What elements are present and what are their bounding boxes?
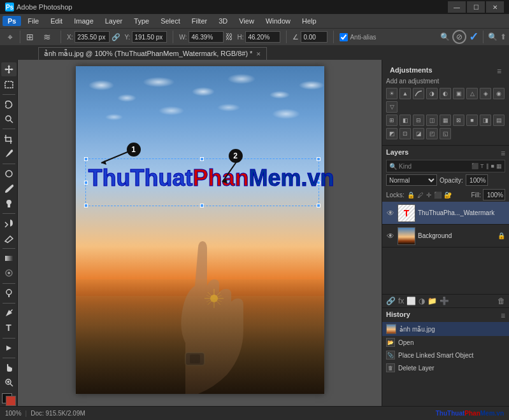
- layer-filter-type[interactable]: ∥: [486, 163, 489, 169]
- zoom-out-icon[interactable]: 🔍: [488, 32, 498, 41]
- menu-type[interactable]: Type: [129, 16, 154, 26]
- layer-item-watermark[interactable]: 👁 T ThuThuaPha..._Watermark: [382, 202, 509, 225]
- move-tool[interactable]: [1, 62, 17, 76]
- layers-menu-icon[interactable]: ≡: [501, 149, 505, 158]
- move-icon[interactable]: ⌖: [3, 29, 18, 45]
- layer-effects-icon[interactable]: fx: [398, 297, 404, 305]
- layer-item-background[interactable]: 👁 Background 🔒: [382, 225, 509, 248]
- layer-filter-adjust[interactable]: T: [480, 163, 484, 169]
- heal-tool[interactable]: [1, 167, 17, 181]
- black-white-icon[interactable]: ◈: [480, 88, 491, 99]
- layer-group-icon[interactable]: 📁: [427, 297, 437, 305]
- menu-ps[interactable]: Ps: [3, 16, 21, 26]
- layer-mask-icon[interactable]: ⬜: [406, 297, 416, 305]
- h-input[interactable]: [245, 31, 280, 43]
- layer-eye-background[interactable]: 👁: [386, 232, 395, 241]
- tab-close-icon[interactable]: ✕: [256, 51, 261, 57]
- w-input[interactable]: [189, 31, 224, 43]
- lock-image-icon[interactable]: 🖊: [417, 192, 424, 199]
- adj-icon-extra2[interactable]: ⊡: [399, 128, 411, 139]
- confirm-transform-icon[interactable]: ✓: [469, 30, 478, 44]
- minimize-button[interactable]: —: [448, 1, 466, 13]
- hand-tool[interactable]: [1, 361, 17, 375]
- layer-eye-watermark[interactable]: 👁: [386, 209, 395, 218]
- adjustments-menu-icon[interactable]: ≡: [497, 67, 501, 76]
- crop-tool[interactable]: [1, 132, 17, 146]
- menu-filter[interactable]: Filter: [187, 16, 212, 26]
- lock-transparency-icon[interactable]: 🔒: [407, 192, 415, 199]
- menu-3d[interactable]: 3D: [213, 16, 233, 26]
- lock-all-icon[interactable]: 🔐: [444, 192, 452, 199]
- cancel-transform-icon[interactable]: ⊘: [452, 30, 466, 44]
- menu-edit[interactable]: Edit: [45, 16, 68, 26]
- link-layers-icon[interactable]: 🔗: [386, 297, 396, 305]
- layer-filter-shape[interactable]: ■: [491, 163, 494, 169]
- gradient-fill-icon[interactable]: ◨: [480, 115, 491, 126]
- color-swatches[interactable]: [2, 393, 16, 407]
- new-layer-icon[interactable]: ➕: [440, 297, 449, 305]
- adj-icon-extra4[interactable]: ◰: [426, 128, 438, 139]
- menu-window[interactable]: Window: [261, 16, 296, 26]
- history-brush-tool[interactable]: [1, 216, 17, 230]
- type-tool[interactable]: T: [1, 321, 17, 335]
- search-magnifier-icon[interactable]: 🔍: [440, 32, 450, 41]
- solid-color-icon[interactable]: ■: [466, 115, 478, 126]
- levels-icon[interactable]: ▲: [399, 88, 411, 99]
- maximize-button[interactable]: ☐: [467, 1, 485, 13]
- photo-filter-icon[interactable]: ◉: [493, 88, 505, 99]
- lasso-tool[interactable]: [1, 97, 17, 111]
- channel-mixer-icon[interactable]: ▽: [386, 101, 398, 113]
- color-balance-icon[interactable]: △: [466, 88, 478, 99]
- pattern-icon[interactable]: ▤: [493, 115, 505, 126]
- layer-filter-smart[interactable]: ▦: [496, 163, 502, 169]
- menu-view[interactable]: View: [234, 16, 259, 26]
- opacity-input[interactable]: [466, 174, 488, 186]
- pen-tool[interactable]: [1, 306, 17, 320]
- delete-layer-icon[interactable]: 🗑: [498, 297, 505, 305]
- vibrance-icon[interactable]: ◐: [440, 88, 451, 99]
- adj-icon-extra1[interactable]: ◩: [386, 128, 398, 139]
- fill-input[interactable]: [483, 189, 505, 200]
- antialias-checkbox[interactable]: [340, 33, 348, 41]
- blur-tool[interactable]: [1, 266, 17, 280]
- quick-select-tool[interactable]: [1, 112, 17, 126]
- hue-saturation-icon[interactable]: ▣: [453, 88, 464, 99]
- angle-input[interactable]: [301, 31, 327, 43]
- warp-icon[interactable]: ≋: [39, 29, 55, 45]
- x-input[interactable]: [75, 31, 110, 43]
- selective-color-icon[interactable]: ▦: [440, 115, 451, 126]
- lock-position-icon[interactable]: ✛: [426, 192, 431, 199]
- menu-image[interactable]: Image: [69, 16, 99, 26]
- adjustment-layer-icon[interactable]: ◑: [419, 297, 425, 305]
- exposure-icon[interactable]: ◑: [426, 88, 438, 99]
- blend-mode-select[interactable]: Normal Multiply Screen Overlay: [386, 174, 437, 186]
- color-lookup-icon[interactable]: ⊞: [386, 115, 398, 126]
- background-color[interactable]: [6, 396, 16, 406]
- menu-file[interactable]: File: [22, 16, 44, 26]
- path-selection-tool[interactable]: [1, 341, 17, 355]
- share-icon[interactable]: ⬆: [500, 32, 506, 41]
- layer-filter-pixel[interactable]: ⬛: [471, 163, 478, 169]
- transform-options[interactable]: ⊞: [22, 29, 38, 45]
- lock-artboard-icon[interactable]: ⬛: [434, 192, 441, 199]
- curves-icon[interactable]: [413, 88, 424, 99]
- marquee-tool[interactable]: [1, 77, 17, 91]
- eraser-tool[interactable]: [1, 232, 17, 246]
- eyedropper-tool[interactable]: [1, 147, 17, 161]
- adj-icon-extra3[interactable]: ◪: [413, 128, 424, 139]
- brightness-icon[interactable]: ☀: [386, 88, 398, 99]
- clone-stamp-tool[interactable]: [1, 197, 17, 211]
- gradient-tool[interactable]: [1, 251, 17, 265]
- posterize-icon[interactable]: ⊟: [413, 115, 424, 126]
- brush-tool[interactable]: [1, 181, 17, 195]
- dodge-tool[interactable]: [1, 286, 17, 300]
- close-button[interactable]: ✕: [486, 1, 504, 13]
- adj-icon-extra5[interactable]: ◱: [440, 128, 451, 139]
- zoom-tool[interactable]: [1, 375, 17, 389]
- menu-layer[interactable]: Layer: [100, 16, 128, 26]
- history-item-1[interactable]: 📂 Open: [382, 336, 509, 349]
- threshold-icon[interactable]: ◫: [426, 115, 438, 126]
- invert-icon[interactable]: ◧: [399, 115, 411, 126]
- document-tab[interactable]: ảnh mẫu.jpg @ 100% (ThuThuatPhanMem_Wate…: [38, 47, 267, 60]
- history-item-3[interactable]: 🗑 Delete Layer: [382, 361, 509, 374]
